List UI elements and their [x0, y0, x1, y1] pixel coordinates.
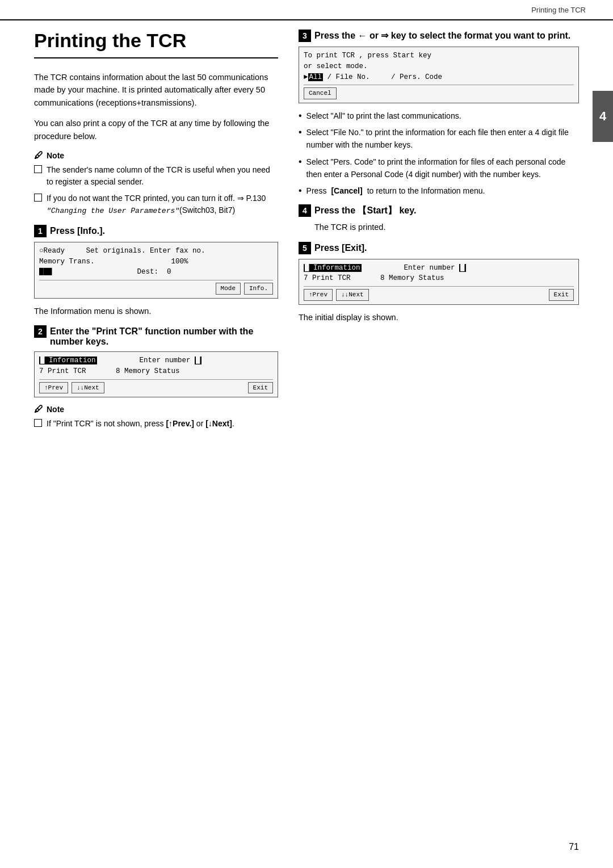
- note2-section: 🖊 Note If "Print TCR" is not shown, pres…: [34, 404, 278, 430]
- lcd2-buttons: ↑Prev ↓↓Next Exit: [39, 379, 273, 394]
- step4-header: 4 Press the 【Start】 key.: [299, 204, 579, 217]
- lcd5-buttons: ↑Prev ↓↓Next Exit: [304, 286, 574, 301]
- step4-label: Press the 【Start】 key.: [314, 205, 416, 217]
- note2-label: Note: [47, 405, 64, 414]
- step4-caption: The TCR is printed.: [314, 221, 579, 234]
- note2-list: If "Print TCR" is not shown, press [↑Pre…: [34, 418, 278, 430]
- step2-num: 2: [34, 325, 47, 338]
- lcd2-screen: █ Information Enter number █ 7 Print TCR…: [34, 351, 278, 397]
- lcd5-row1: █ Information Enter number █: [304, 263, 574, 274]
- lcd2-exit-btn[interactable]: Exit: [248, 382, 273, 394]
- note1-header: 🖊 Note: [34, 150, 278, 161]
- step4-num: 4: [299, 204, 311, 217]
- step1-num: 1: [34, 225, 47, 237]
- step3-num: 3: [299, 30, 311, 42]
- note1-text1: The sender's name column of the TCR is u…: [47, 164, 278, 188]
- note1-list: The sender's name column of the TCR is u…: [34, 164, 278, 217]
- note-icon: 🖊: [34, 150, 43, 161]
- page-number: 71: [569, 842, 579, 852]
- main-content: Printing the TCR The TCR contains inform…: [34, 25, 579, 834]
- note1-checkbox1: [34, 165, 42, 173]
- lcd2-next-btn[interactable]: ↓↓Next: [72, 382, 104, 394]
- chapter-tab: 4: [593, 91, 613, 142]
- intro-para2: You can also print a copy of the TCR at …: [34, 117, 278, 142]
- step5-num: 5: [299, 242, 311, 254]
- lcd1-screen: ○Ready Set originals. Enter fax no. Memo…: [34, 242, 278, 299]
- lcd1-row1: ○Ready Set originals. Enter fax no.: [39, 246, 273, 257]
- lcd1-row2: Memory Trans. 100%: [39, 257, 273, 267]
- lcd1-mode-btn[interactable]: Mode: [216, 283, 241, 295]
- lcd1-info-btn[interactable]: Info.: [244, 283, 273, 295]
- lcd3-buttons: Cancel: [304, 85, 574, 99]
- step1-header: 1 Press [Info.].: [34, 225, 278, 237]
- intro-para1: The TCR contains information about the l…: [34, 71, 278, 109]
- step5-label: Press [Exit].: [314, 243, 367, 253]
- bullet2: Select "File No." to print the informati…: [299, 127, 579, 151]
- step5-header: 5 Press [Exit].: [299, 242, 579, 254]
- step3-header: 3 Press the ← or ⇒ key to select the for…: [299, 30, 579, 42]
- note2-header: 🖊 Note: [34, 404, 278, 414]
- step2-label: Enter the "Print TCR" function number wi…: [50, 326, 278, 347]
- lcd5-exit-btn[interactable]: Exit: [549, 289, 574, 301]
- note2-item1: If "Print TCR" is not shown, press [↑Pre…: [34, 418, 278, 430]
- lcd5-next-btn[interactable]: ↓↓Next: [336, 289, 369, 301]
- step5-caption: The initial display is shown.: [299, 312, 579, 324]
- right-column: 3 Press the ← or ⇒ key to select the for…: [299, 25, 579, 834]
- lcd5-row2: 7 Print TCR 8 Memory Status: [304, 273, 574, 284]
- lcd2-prev-btn[interactable]: ↑Prev: [39, 382, 68, 394]
- note1-checkbox2: [34, 194, 42, 202]
- header-bar: Printing the TCR: [0, 0, 613, 20]
- note2-checkbox1: [34, 419, 42, 427]
- note1-label: Note: [47, 151, 64, 160]
- step3-label: Press the ← or ⇒ key to select the forma…: [314, 30, 570, 41]
- lcd5-prev-btn[interactable]: ↑Prev: [304, 289, 333, 301]
- lcd3-screen: To print TCR , press Start key or select…: [299, 47, 579, 103]
- header-title: Printing the TCR: [531, 6, 586, 14]
- bullet4: Press [Cancel] to return to the Informat…: [299, 185, 579, 198]
- lcd2-row1: █ Information Enter number █: [39, 355, 273, 366]
- lcd3-row2: or select mode.: [304, 61, 574, 72]
- note1-section: 🖊 Note The sender's name column of the T…: [34, 150, 278, 217]
- lcd5-screen: █ Information Enter number █ 7 Print TCR…: [299, 259, 579, 305]
- page-title: Printing the TCR: [34, 30, 278, 58]
- note2-text1: If "Print TCR" is not shown, press [↑Pre…: [47, 418, 278, 430]
- note1-item1: The sender's name column of the TCR is u…: [34, 164, 278, 188]
- lcd1-buttons: Mode Info.: [39, 280, 273, 295]
- chapter-number: 4: [599, 109, 606, 124]
- lcd3-row1: To print TCR , press Start key: [304, 51, 574, 61]
- lcd3-row3: ►All / File No. / Pers. Code: [304, 72, 574, 83]
- note2-icon: 🖊: [34, 404, 43, 414]
- lcd1-row3: ███ Dest: 0: [39, 267, 273, 278]
- lcd3-cancel-btn[interactable]: Cancel: [304, 87, 337, 99]
- lcd2-row2: 7 Print TCR 8 Memory Status: [39, 366, 273, 377]
- left-column: Printing the TCR The TCR contains inform…: [34, 25, 278, 834]
- step2-header: 2 Enter the "Print TCR" function number …: [34, 325, 278, 347]
- step1-caption: The Information menu is shown.: [34, 305, 278, 318]
- note1-item2: If you do not want the TCR printed, you …: [34, 192, 278, 217]
- step1-label: Press [Info.].: [50, 226, 105, 236]
- bullet3: Select "Pers. Code" to print the informa…: [299, 156, 579, 181]
- step3-bullets: Select "All" to print the last communica…: [299, 110, 579, 198]
- note1-text2: If you do not want the TCR printed, you …: [47, 192, 278, 217]
- bullet1: Select "All" to print the last communica…: [299, 110, 579, 123]
